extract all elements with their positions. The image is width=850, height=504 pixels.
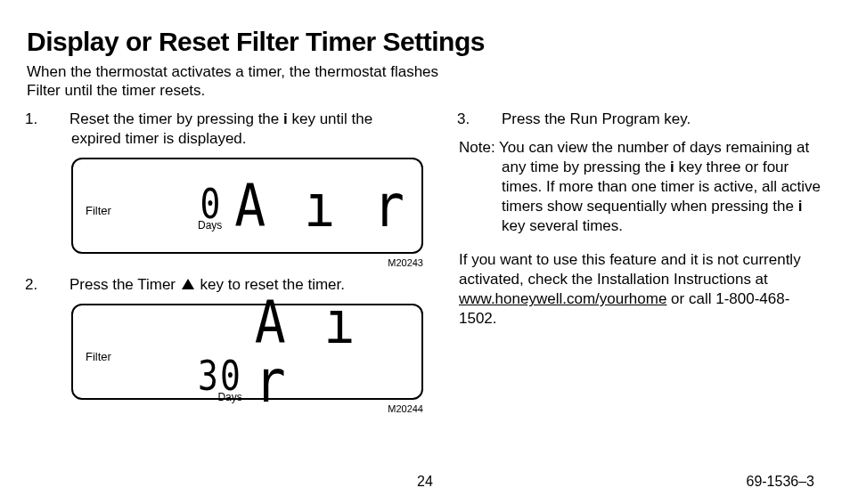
up-triangle-icon xyxy=(182,279,194,289)
page-number: 24 xyxy=(417,474,433,490)
lcd-screen-2: Filter 30 Days A ı r xyxy=(71,304,423,400)
step-1-text-a: Reset the timer by pressing the xyxy=(69,110,283,127)
page-footer: 24 69-1536–3 xyxy=(0,474,850,490)
right-column: 3.Press the Run Program key. Note: You c… xyxy=(459,110,823,421)
lcd-figure-2: Filter 30 Days A ı r xyxy=(71,304,423,400)
step-2-number: 2. xyxy=(48,275,69,295)
figure-1-code: M20243 xyxy=(27,257,423,268)
lcd-figure-1: Filter 0 Days A ı r xyxy=(71,158,423,254)
step-3: 3.Press the Run Program key. xyxy=(459,110,823,129)
lcd-screen-1: Filter 0 Days A ı r xyxy=(71,158,423,254)
document-number: 69-1536–3 xyxy=(746,474,814,490)
note-block: Note: You can view the number of days re… xyxy=(459,138,823,236)
para-text-a: If you want to use this feature and it i… xyxy=(459,251,801,288)
lcd2-value: 30 xyxy=(198,355,242,396)
steps-left: 1.Reset the timer by pressing the i key … xyxy=(27,110,423,149)
steps-right: 3.Press the Run Program key. xyxy=(459,110,823,129)
lcd2-air: A ı r xyxy=(255,292,421,411)
intro-text: When the thermostat activates a timer, t… xyxy=(27,62,445,101)
honeywell-link[interactable]: www.honeywell.com/yourhome xyxy=(459,290,666,307)
step-3-number: 3. xyxy=(480,110,502,129)
note-text-c: key several times. xyxy=(502,217,623,234)
activation-paragraph: If you want to use this feature and it i… xyxy=(459,250,823,329)
lcd1-filter-label: Filter xyxy=(86,204,111,217)
i-key-3: i xyxy=(798,198,803,215)
note-label: Note: xyxy=(459,139,495,156)
step-1-number: 1. xyxy=(48,110,69,129)
page-title: Display or Reset Filter Timer Settings xyxy=(27,27,823,57)
lcd1-air: A ı r xyxy=(234,175,408,235)
left-column: 1.Reset the timer by pressing the i key … xyxy=(27,110,423,421)
step-1: 1.Reset the timer by pressing the i key … xyxy=(27,110,423,149)
lcd1-value: 0 xyxy=(200,183,222,224)
lcd2-filter-label: Filter xyxy=(86,350,111,363)
content-columns: 1.Reset the timer by pressing the i key … xyxy=(27,110,823,421)
step-2-text-a: Press the Timer xyxy=(69,276,180,293)
step-3-text: Press the Run Program key. xyxy=(502,110,691,127)
